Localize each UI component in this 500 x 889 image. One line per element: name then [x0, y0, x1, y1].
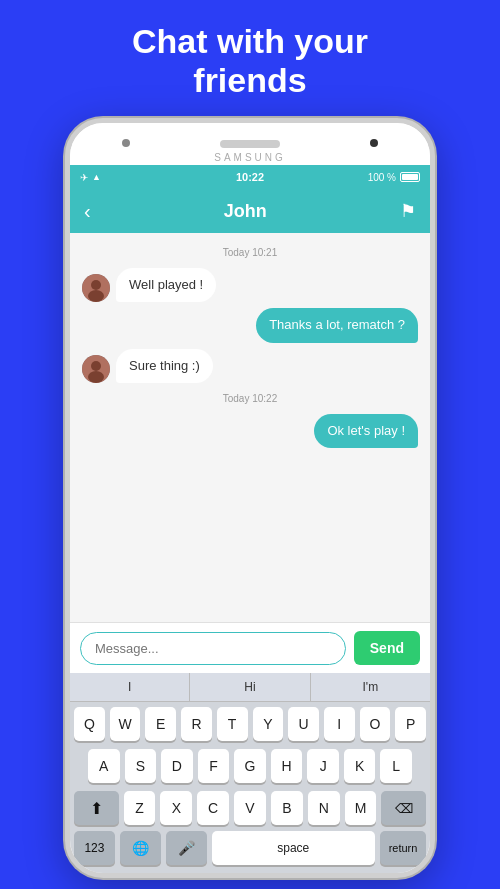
date-label-1022: Today 10:22 — [82, 393, 418, 404]
avatar-john-1 — [82, 274, 110, 302]
bubble-1: Well played ! — [116, 268, 216, 302]
avatar-john-2 — [82, 355, 110, 383]
suggest-hi[interactable]: Hi — [190, 673, 310, 701]
keyboard-row-2: A S D F G H J K L — [70, 744, 430, 786]
svg-point-2 — [88, 290, 104, 302]
key-h[interactable]: H — [271, 749, 303, 783]
key-e[interactable]: E — [145, 707, 176, 741]
key-a[interactable]: A — [88, 749, 120, 783]
key-l[interactable]: L — [380, 749, 412, 783]
keyboard-bottom-row: 123 🌐 🎤 space return — [70, 828, 430, 873]
key-b[interactable]: B — [271, 791, 303, 825]
keyboard: I Hi I'm Q W E R T Y U I O P A S D F G H… — [70, 673, 430, 873]
message-row-1: Well played ! — [82, 268, 418, 302]
globe-icon[interactable]: 🌐 — [120, 831, 161, 865]
bubble-3: Sure thing :) — [116, 349, 213, 383]
camera-right-icon — [370, 139, 378, 147]
key-j[interactable]: J — [307, 749, 339, 783]
space-key[interactable]: space — [212, 831, 375, 865]
key-g[interactable]: G — [234, 749, 266, 783]
airplane-icon: ✈ — [80, 172, 88, 183]
svg-point-1 — [91, 280, 101, 290]
key-z[interactable]: Z — [124, 791, 156, 825]
camera-left-icon — [122, 139, 130, 147]
chat-header: ‹ John ⚑ — [70, 189, 430, 233]
key-o[interactable]: O — [360, 707, 391, 741]
key-d[interactable]: D — [161, 749, 193, 783]
message-row-2: Thanks a lot, rematch ? — [82, 308, 418, 342]
key-c[interactable]: C — [197, 791, 229, 825]
message-row-4: Ok let's play ! — [82, 414, 418, 448]
status-bar: ✈ ▲ 10:22 100 % — [70, 165, 430, 189]
key-w[interactable]: W — [110, 707, 141, 741]
key-y[interactable]: Y — [253, 707, 284, 741]
key-k[interactable]: K — [344, 749, 376, 783]
key-v[interactable]: V — [234, 791, 266, 825]
speaker-icon — [220, 140, 280, 148]
status-right: 100 % — [368, 172, 420, 183]
send-button[interactable]: Send — [354, 631, 420, 665]
keyboard-row-3: ⬆ Z X C V B N M ⌫ — [70, 786, 430, 828]
brand-label: SAMSUNG — [214, 152, 286, 163]
return-key[interactable]: return — [380, 831, 426, 865]
suggestions-row: I Hi I'm — [70, 673, 430, 702]
bubble-4: Ok let's play ! — [314, 414, 418, 448]
battery-bar-icon — [400, 172, 420, 182]
phone-hardware-top: SAMSUNG — [70, 123, 430, 165]
suggest-im[interactable]: I'm — [311, 673, 430, 701]
key-m[interactable]: M — [345, 791, 377, 825]
bubble-2: Thanks a lot, rematch ? — [256, 308, 418, 342]
flag-icon[interactable]: ⚑ — [400, 200, 416, 222]
back-button[interactable]: ‹ — [84, 200, 91, 223]
contact-name: John — [224, 201, 267, 222]
mic-icon[interactable]: 🎤 — [166, 831, 207, 865]
key-r[interactable]: R — [181, 707, 212, 741]
backspace-key[interactable]: ⌫ — [381, 791, 426, 825]
status-left: ✈ ▲ — [80, 172, 101, 183]
key-s[interactable]: S — [125, 749, 157, 783]
keyboard-row-1: Q W E R T Y U I O P — [70, 702, 430, 744]
phone-mockup: SAMSUNG ✈ ▲ 10:22 100 % ‹ John ⚑ Today 1… — [65, 118, 435, 878]
key-p[interactable]: P — [395, 707, 426, 741]
key-t[interactable]: T — [217, 707, 248, 741]
key-f[interactable]: F — [198, 749, 230, 783]
message-input[interactable] — [80, 632, 346, 665]
date-label-1021: Today 10:21 — [82, 247, 418, 258]
key-i[interactable]: I — [324, 707, 355, 741]
message-row-3: Sure thing :) — [82, 349, 418, 383]
input-area: Send — [70, 622, 430, 673]
shift-key[interactable]: ⬆ — [74, 791, 119, 825]
key-u[interactable]: U — [288, 707, 319, 741]
status-time: 10:22 — [236, 171, 264, 183]
wifi-icon: ▲ — [92, 172, 101, 182]
battery-percent: 100 % — [368, 172, 396, 183]
suggest-i[interactable]: I — [70, 673, 190, 701]
svg-point-5 — [88, 371, 104, 383]
key-x[interactable]: X — [160, 791, 192, 825]
key-n[interactable]: N — [308, 791, 340, 825]
page-title: Chat with your friends — [102, 22, 398, 100]
svg-point-4 — [91, 361, 101, 371]
key-q[interactable]: Q — [74, 707, 105, 741]
key-123[interactable]: 123 — [74, 831, 115, 865]
chat-body: Today 10:21 Well played ! Thanks a lot, … — [70, 233, 430, 622]
